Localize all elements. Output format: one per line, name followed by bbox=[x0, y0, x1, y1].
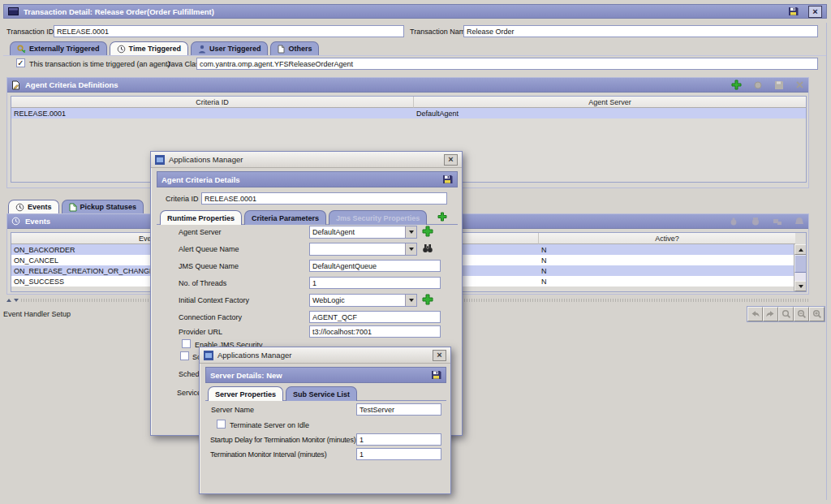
tab-externally-triggered[interactable]: Externally Triggered bbox=[10, 41, 107, 55]
connection-factory-field[interactable] bbox=[309, 311, 441, 323]
tab-pickup-statuses[interactable]: Pickup Statuses bbox=[62, 200, 144, 213]
cell-agent-server: DefaultAgent bbox=[414, 108, 806, 118]
note-edit-icon bbox=[11, 80, 20, 90]
jms-queue-name-field[interactable] bbox=[309, 260, 441, 272]
zoom-out-icon[interactable] bbox=[794, 307, 809, 321]
initial-context-factory-combo[interactable]: WebLogic bbox=[309, 294, 417, 307]
schedule-checkbox[interactable] bbox=[180, 351, 189, 360]
terminate-server-on-idle-label: Terminate Server on Idle bbox=[230, 421, 309, 429]
tab-time-triggered[interactable]: Time Triggered bbox=[110, 41, 188, 55]
tab-others[interactable]: Others bbox=[270, 41, 319, 55]
zoom-in-icon[interactable] bbox=[809, 307, 825, 321]
save-icon[interactable] bbox=[442, 174, 453, 184]
java-class-field[interactable] bbox=[196, 58, 818, 70]
add-icon[interactable] bbox=[422, 294, 433, 305]
disabled-action-icon-1 bbox=[729, 217, 738, 226]
close-icon[interactable]: × bbox=[808, 6, 822, 18]
server-details-dialog: Applications Manager × Server Details: N… bbox=[199, 347, 451, 494]
tab-label: Externally Triggered bbox=[29, 45, 100, 53]
dialog-title: Applications Manager bbox=[217, 351, 291, 360]
scroll-up-icon[interactable] bbox=[794, 244, 807, 255]
close-icon[interactable]: × bbox=[433, 350, 446, 361]
zoom-toolbar bbox=[747, 306, 825, 322]
tab-server-properties[interactable]: Server Properties bbox=[208, 386, 283, 401]
trigger-tabs-underline bbox=[3, 55, 827, 56]
enable-jms-security-checkbox[interactable] bbox=[182, 339, 191, 348]
add-icon[interactable] bbox=[437, 212, 447, 222]
tab-sub-service-list[interactable]: Sub Service List bbox=[286, 386, 357, 401]
transaction-name-field[interactable] bbox=[463, 25, 818, 37]
server-name-label: Server Name bbox=[211, 406, 254, 414]
combo-value: DefaultAgent bbox=[310, 228, 405, 236]
close-icon[interactable]: × bbox=[444, 154, 458, 166]
chevron-down-icon[interactable] bbox=[405, 226, 416, 238]
scroll-down-icon[interactable] bbox=[794, 281, 807, 291]
connection-factory-label: Connection Factory bbox=[179, 313, 242, 321]
tab-user-triggered[interactable]: User Triggered bbox=[191, 41, 269, 55]
events-table-scrollbar[interactable] bbox=[794, 244, 806, 291]
provider-url-field[interactable] bbox=[309, 325, 441, 338]
frame-right-edge bbox=[826, 23, 827, 500]
chevron-down-icon[interactable] bbox=[405, 243, 416, 255]
cell-active: N bbox=[539, 244, 795, 255]
disabled-action-icon-4 bbox=[794, 217, 804, 226]
tab-events[interactable]: Events bbox=[8, 200, 59, 213]
zoom-icon[interactable] bbox=[778, 307, 794, 321]
transaction-id-field[interactable] bbox=[54, 25, 404, 37]
server-name-field[interactable] bbox=[356, 403, 441, 416]
key-icon bbox=[17, 45, 26, 54]
service-label-fragment: Service bbox=[177, 389, 201, 397]
cell-active: N bbox=[539, 276, 795, 286]
search-icon[interactable] bbox=[422, 243, 433, 253]
no-of-threads-field[interactable] bbox=[309, 277, 441, 289]
column-header-agent-server[interactable]: Agent Server bbox=[414, 97, 806, 108]
disabled-action-icon-2 bbox=[751, 217, 760, 226]
undo-icon[interactable] bbox=[747, 307, 763, 321]
add-icon[interactable] bbox=[731, 80, 742, 90]
document-icon bbox=[278, 45, 285, 54]
tab-criteria-parameters[interactable]: Criteria Parameters bbox=[244, 210, 326, 225]
splitter-collapse-up-icon[interactable] bbox=[6, 299, 11, 302]
dialog-titlebar[interactable]: Applications Manager × bbox=[200, 347, 450, 364]
splitter-collapse-down-icon[interactable] bbox=[14, 299, 19, 302]
terminate-server-on-idle-checkbox[interactable] bbox=[217, 420, 226, 429]
tab-label: Sub Service List bbox=[293, 390, 350, 398]
tab-jms-security-properties: Jms Security Properties bbox=[329, 210, 427, 225]
document-icon bbox=[69, 203, 77, 212]
save-icon[interactable] bbox=[431, 370, 441, 380]
dialog-titlebar[interactable]: Applications Manager × bbox=[151, 152, 462, 168]
redo-icon[interactable] bbox=[763, 307, 778, 321]
disabled-action-icon-3 bbox=[773, 218, 782, 226]
jms-queue-name-label: JMS Queue Name bbox=[179, 262, 239, 270]
window-title: Transaction Detail: Release Order(Order … bbox=[24, 7, 214, 16]
cell-criteria-id: RELEASE.0001 bbox=[11, 108, 414, 118]
chevron-down-icon[interactable] bbox=[405, 295, 416, 306]
time-triggered-checkbox-label: This transaction is time triggered (an a… bbox=[29, 60, 170, 68]
tab-label: User Triggered bbox=[209, 45, 261, 53]
save-icon[interactable] bbox=[788, 6, 799, 16]
user-icon bbox=[198, 45, 206, 54]
termination-interval-field[interactable] bbox=[356, 448, 441, 460]
transaction-detail-titlebar[interactable]: Transaction Detail: Release Order(Order … bbox=[3, 4, 827, 19]
scrollbar-thumb[interactable] bbox=[794, 255, 807, 273]
delete-icon bbox=[795, 80, 804, 89]
criteria-id-field[interactable] bbox=[201, 192, 447, 205]
clock-icon bbox=[11, 217, 20, 226]
alert-queue-name-combo[interactable] bbox=[309, 243, 417, 256]
column-header-criteria-id[interactable]: Criteria ID bbox=[11, 97, 414, 108]
add-icon[interactable] bbox=[422, 226, 433, 237]
startup-delay-field[interactable] bbox=[356, 433, 441, 446]
criteria-id-label: Criteria ID bbox=[166, 195, 199, 203]
column-header-active[interactable]: Active? bbox=[539, 233, 795, 244]
app-icon bbox=[204, 351, 213, 360]
table-row[interactable]: RELEASE.0001 DefaultAgent bbox=[11, 108, 806, 118]
tab-label: Time Triggered bbox=[129, 45, 181, 53]
tab-runtime-properties[interactable]: Runtime Properties bbox=[160, 210, 242, 225]
tab-label: Pickup Statuses bbox=[80, 203, 137, 211]
view-details-icon bbox=[753, 80, 763, 90]
status-text: Event Handler Setup bbox=[3, 310, 71, 318]
dialog-title: Applications Manager bbox=[169, 155, 243, 164]
agent-server-combo[interactable]: DefaultAgent bbox=[309, 226, 417, 239]
agent-server-label: Agent Server bbox=[179, 228, 222, 236]
time-triggered-checkbox[interactable] bbox=[16, 58, 25, 67]
